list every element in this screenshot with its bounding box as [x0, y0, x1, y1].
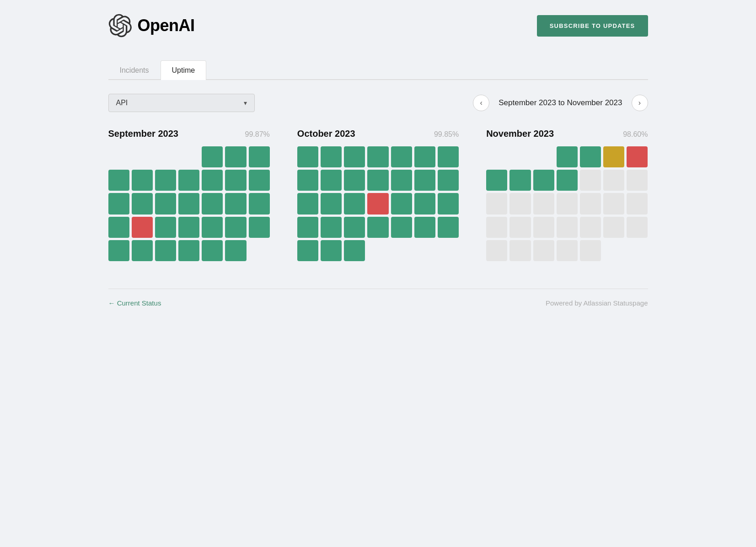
- day-cell[interactable]: [557, 170, 578, 191]
- day-cell[interactable]: [132, 217, 153, 238]
- day-cell[interactable]: [344, 240, 365, 261]
- day-cell[interactable]: [627, 170, 648, 191]
- day-cell[interactable]: [367, 146, 388, 167]
- subscribe-button[interactable]: SUBSCRIBE TO UPDATES: [537, 15, 648, 37]
- day-cell[interactable]: [391, 146, 412, 167]
- day-cell[interactable]: [108, 193, 129, 214]
- day-cell[interactable]: [132, 240, 153, 261]
- prev-button[interactable]: ‹: [473, 95, 489, 111]
- day-cell[interactable]: [155, 240, 176, 261]
- day-cell[interactable]: [509, 217, 531, 238]
- day-cell[interactable]: [108, 240, 129, 261]
- day-cell[interactable]: [132, 193, 153, 214]
- day-cell[interactable]: [249, 170, 270, 191]
- day-cell[interactable]: [225, 193, 246, 214]
- day-cell[interactable]: [202, 193, 223, 214]
- day-cell[interactable]: [557, 193, 578, 214]
- day-cell[interactable]: [178, 193, 199, 214]
- day-cell[interactable]: [367, 217, 388, 238]
- day-cell[interactable]: [580, 170, 601, 191]
- day-cell[interactable]: [438, 146, 459, 167]
- day-cell[interactable]: [367, 193, 388, 214]
- day-cell[interactable]: [486, 193, 507, 214]
- day-cell[interactable]: [132, 170, 153, 191]
- day-cell[interactable]: [533, 170, 554, 191]
- day-blank: [603, 240, 624, 261]
- day-cell[interactable]: [249, 217, 270, 238]
- day-cell[interactable]: [202, 217, 223, 238]
- day-cell[interactable]: [225, 217, 246, 238]
- day-cell[interactable]: [202, 170, 223, 191]
- day-cell[interactable]: [297, 170, 318, 191]
- day-cell[interactable]: [155, 217, 176, 238]
- day-cell[interactable]: [580, 146, 601, 167]
- day-cell[interactable]: [414, 193, 435, 214]
- tab-incidents[interactable]: Incidents: [108, 60, 161, 80]
- day-cell[interactable]: [580, 240, 601, 261]
- day-cell[interactable]: [155, 193, 176, 214]
- day-cell[interactable]: [297, 240, 318, 261]
- next-button[interactable]: ›: [632, 95, 648, 111]
- day-cell[interactable]: [249, 193, 270, 214]
- day-cell[interactable]: [178, 170, 199, 191]
- day-cell[interactable]: [391, 193, 412, 214]
- day-cell[interactable]: [627, 146, 648, 167]
- day-cell[interactable]: [438, 217, 459, 238]
- day-cell[interactable]: [108, 217, 129, 238]
- service-select[interactable]: API ▾: [108, 94, 255, 112]
- day-cell[interactable]: [391, 217, 412, 238]
- day-blank: [132, 146, 153, 167]
- day-cell[interactable]: [225, 170, 246, 191]
- day-cell[interactable]: [297, 217, 318, 238]
- day-cell[interactable]: [533, 193, 554, 214]
- day-cell[interactable]: [627, 217, 648, 238]
- current-status-link[interactable]: ← Current Status: [108, 299, 161, 307]
- day-cell[interactable]: [344, 217, 365, 238]
- day-cell[interactable]: [297, 146, 318, 167]
- day-cell[interactable]: [603, 193, 624, 214]
- day-cell[interactable]: [225, 240, 246, 261]
- day-cell[interactable]: [321, 217, 342, 238]
- day-cell[interactable]: [509, 193, 531, 214]
- day-cell[interactable]: [603, 146, 624, 167]
- day-cell[interactable]: [178, 240, 199, 261]
- day-cell[interactable]: [202, 240, 223, 261]
- day-cell[interactable]: [249, 146, 270, 167]
- day-cell[interactable]: [391, 170, 412, 191]
- day-cell[interactable]: [557, 217, 578, 238]
- day-cell[interactable]: [414, 217, 435, 238]
- day-cell[interactable]: [486, 170, 507, 191]
- day-cell[interactable]: [509, 240, 531, 261]
- day-cell[interactable]: [486, 240, 507, 261]
- day-cell[interactable]: [414, 170, 435, 191]
- day-cell[interactable]: [344, 170, 365, 191]
- day-cell[interactable]: [155, 170, 176, 191]
- tab-uptime[interactable]: Uptime: [161, 60, 207, 80]
- day-cell[interactable]: [344, 146, 365, 167]
- day-cell[interactable]: [297, 193, 318, 214]
- day-cell[interactable]: [321, 170, 342, 191]
- day-cell[interactable]: [580, 217, 601, 238]
- day-cell[interactable]: [603, 170, 624, 191]
- day-cell[interactable]: [580, 193, 601, 214]
- day-cell[interactable]: [486, 217, 507, 238]
- day-cell[interactable]: [321, 146, 342, 167]
- day-cell[interactable]: [108, 170, 129, 191]
- day-cell[interactable]: [367, 170, 388, 191]
- day-cell[interactable]: [533, 217, 554, 238]
- day-cell[interactable]: [178, 217, 199, 238]
- day-cell[interactable]: [557, 240, 578, 261]
- day-cell[interactable]: [202, 146, 223, 167]
- day-cell[interactable]: [627, 193, 648, 214]
- day-cell[interactable]: [509, 170, 531, 191]
- day-cell[interactable]: [321, 193, 342, 214]
- day-cell[interactable]: [438, 170, 459, 191]
- day-cell[interactable]: [344, 193, 365, 214]
- day-cell[interactable]: [225, 146, 246, 167]
- day-cell[interactable]: [438, 193, 459, 214]
- day-cell[interactable]: [414, 146, 435, 167]
- day-cell[interactable]: [321, 240, 342, 261]
- day-cell[interactable]: [557, 146, 578, 167]
- day-cell[interactable]: [603, 217, 624, 238]
- day-cell[interactable]: [533, 240, 554, 261]
